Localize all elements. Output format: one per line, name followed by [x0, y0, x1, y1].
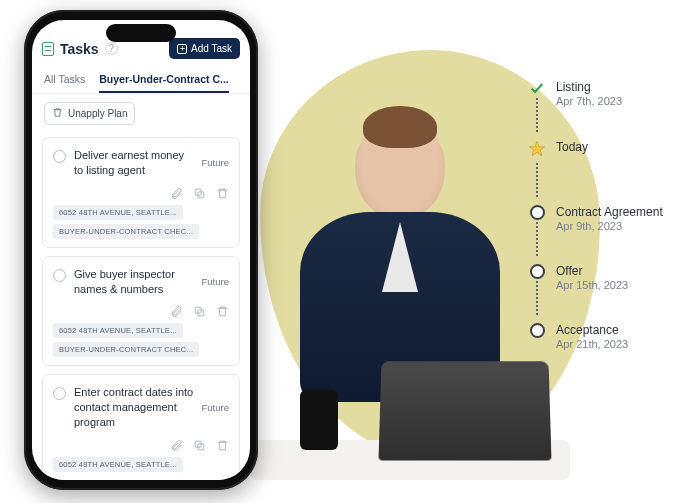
task-chip[interactable]: 6052 48TH AVENUE, SEATTLE... — [53, 205, 183, 220]
timeline-date: Apr 21th, 2023 — [556, 338, 628, 350]
delete-icon[interactable] — [216, 438, 229, 451]
timeline-item-listing: Listing Apr 7th, 2023 — [528, 80, 663, 134]
copy-icon[interactable] — [193, 438, 206, 451]
circle-icon — [530, 264, 545, 279]
tab-buyer-under-contract[interactable]: Buyer-Under-Contract C... — [99, 67, 229, 93]
plan-bar: Unapply Plan — [32, 94, 250, 133]
phone-in-hand — [300, 390, 338, 450]
add-task-button[interactable]: ＋ Add Task — [169, 38, 240, 59]
unapply-plan-button[interactable]: Unapply Plan — [44, 102, 135, 125]
unapply-plan-label: Unapply Plan — [68, 108, 127, 119]
task-checkbox[interactable] — [53, 150, 66, 163]
tabs: All Tasks Buyer-Under-Contract C... — [32, 67, 250, 94]
task-title: Give buyer inspector names & numbers — [74, 267, 194, 297]
task-chip[interactable]: 6052 48TH AVENUE, SEATTLE... — [53, 323, 183, 338]
task-chip[interactable]: 6052 48TH AVENUE, SEATTLE... — [53, 457, 183, 472]
task-checkbox[interactable] — [53, 387, 66, 400]
task-card[interactable]: Enter contract dates into contact manage… — [42, 374, 240, 480]
attachment-icon[interactable] — [170, 304, 183, 317]
delete-icon[interactable] — [216, 304, 229, 317]
task-status: Future — [202, 276, 229, 287]
attachment-icon[interactable] — [170, 438, 183, 451]
phone-frame: Tasks ? ＋ Add Task All Tasks Buyer-Under… — [24, 10, 258, 490]
tab-all-tasks[interactable]: All Tasks — [44, 67, 85, 93]
copy-icon[interactable] — [193, 304, 206, 317]
timeline-item-acceptance: Acceptance Apr 21th, 2023 — [528, 323, 663, 350]
task-title: Deliver earnest money to listing agent — [74, 148, 194, 178]
phone-screen: Tasks ? ＋ Add Task All Tasks Buyer-Under… — [32, 20, 250, 480]
timeline-item-offer: Offer Apr 15th, 2023 — [528, 264, 663, 317]
task-card[interactable]: Give buyer inspector names & numbers Fut… — [42, 256, 240, 367]
phone-notch — [106, 24, 176, 42]
timeline-date: Apr 15th, 2023 — [556, 279, 628, 291]
trash-icon — [52, 107, 63, 120]
task-status: Future — [202, 157, 229, 168]
task-actions — [53, 186, 229, 199]
svg-marker-6 — [530, 142, 545, 156]
task-actions — [53, 438, 229, 451]
help-icon[interactable]: ? — [105, 42, 118, 55]
plus-icon: ＋ — [177, 44, 187, 54]
timeline-label: Contract Agreement — [556, 205, 663, 219]
timeline: Listing Apr 7th, 2023 Today Contract Agr… — [528, 80, 663, 356]
circle-icon — [530, 205, 545, 220]
task-chip[interactable]: BUYER-UNDER-CONTRACT CHEC... — [53, 342, 199, 357]
laptop — [380, 360, 570, 470]
task-status: Future — [202, 402, 229, 413]
check-icon — [529, 80, 545, 96]
copy-icon[interactable] — [193, 186, 206, 199]
task-list: Deliver earnest money to listing agent F… — [32, 133, 250, 480]
tasks-icon — [42, 42, 54, 56]
timeline-item-contract: Contract Agreement Apr 9th, 2023 — [528, 205, 663, 258]
page-title: Tasks — [60, 41, 99, 57]
star-icon — [528, 140, 546, 161]
task-chip[interactable]: BUYER-UNDER-CONTRACT CHEC... — [53, 224, 199, 239]
timeline-date: Apr 7th, 2023 — [556, 95, 622, 107]
task-title: Enter contract dates into contact manage… — [74, 385, 194, 430]
delete-icon[interactable] — [216, 186, 229, 199]
add-task-label: Add Task — [191, 43, 232, 54]
timeline-label: Listing — [556, 80, 622, 94]
timeline-date: Apr 9th, 2023 — [556, 220, 663, 232]
timeline-label: Acceptance — [556, 323, 628, 337]
timeline-label: Today — [556, 140, 588, 154]
task-actions — [53, 304, 229, 317]
timeline-label: Offer — [556, 264, 628, 278]
task-card[interactable]: Deliver earnest money to listing agent F… — [42, 137, 240, 248]
circle-icon — [530, 323, 545, 338]
timeline-item-today: Today — [528, 140, 663, 199]
attachment-icon[interactable] — [170, 186, 183, 199]
task-checkbox[interactable] — [53, 269, 66, 282]
